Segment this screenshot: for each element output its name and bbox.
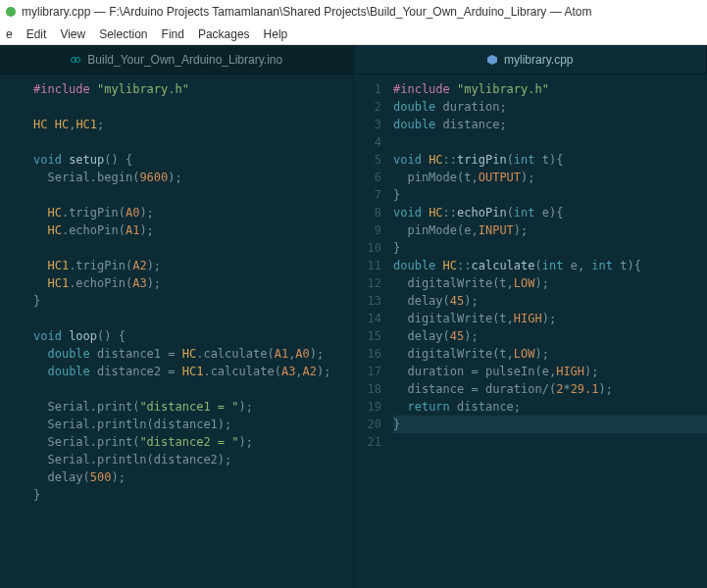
line-number: 3 [354,116,381,133]
menubar: e Edit View Selection Find Packages Help [0,24,707,45]
code-line[interactable]: Serial.println(distance1); [33,416,353,433]
code-line[interactable]: void HC::trigPin(int t){ [393,151,707,169]
line-number: 12 [354,274,381,292]
code-line[interactable]: pinMode(t,OUTPUT); [393,169,707,186]
right-pane[interactable]: 123456789101112131415161718192021 #inclu… [354,74,707,588]
line-number: 17 [354,363,381,380]
code-line[interactable] [393,133,707,151]
line-number: 20 [354,416,381,433]
menu-edit[interactable]: Edit [26,27,47,41]
line-number: 14 [354,310,381,327]
menu-packages[interactable]: Packages [198,27,250,41]
right-gutter: 123456789101112131415161718192021 [354,74,387,588]
code-line[interactable]: Serial.print("distance2 = "); [33,433,353,451]
left-pane[interactable]: #include "mylibrary.h" HC HC,HC1; void s… [0,74,354,588]
code-line[interactable]: Serial.print("distance1 = "); [33,398,353,416]
svg-marker-2 [487,55,497,65]
code-line[interactable]: digitalWrite(t,LOW); [393,345,707,363]
code-line[interactable]: void loop() { [33,327,353,345]
code-line[interactable]: void HC::echoPin(int e){ [393,204,707,221]
titlebar: mylibrary.cpp — F:\Arduino Projects Tama… [0,0,707,24]
right-code[interactable]: #include "mylibrary.h"double duration;do… [387,74,707,588]
code-line[interactable] [33,380,353,398]
line-number: 6 [354,169,381,186]
tab-right[interactable]: mylibrary.cpp [354,45,708,74]
code-line[interactable] [33,186,353,204]
code-line[interactable]: HC HC,HC1; [33,116,353,133]
code-line[interactable]: HC.trigPin(A0); [33,204,353,221]
code-line[interactable]: HC.echoPin(A1); [33,221,353,239]
line-number: 21 [354,433,381,451]
line-number: 16 [354,345,381,363]
code-line[interactable]: delay(45); [393,327,707,345]
code-line[interactable]: Serial.println(distance2); [33,451,353,468]
code-line[interactable]: digitalWrite(t,HIGH); [393,310,707,327]
tab-right-label: mylibrary.cpp [504,53,573,67]
code-line[interactable]: return distance; [393,398,707,416]
code-line[interactable]: pinMode(e,INPUT); [393,221,707,239]
code-line[interactable]: distance = duration/(2*29.1); [393,380,707,398]
line-number: 15 [354,327,381,345]
line-number: 10 [354,239,381,257]
left-code[interactable]: #include "mylibrary.h" HC HC,HC1; void s… [27,74,353,588]
code-line[interactable]: delay(45); [393,292,707,310]
line-number: 19 [354,398,381,416]
menu-file[interactable]: e [6,27,13,41]
line-number: 7 [354,186,381,204]
cpp-icon [486,54,498,66]
app-icon [6,7,16,17]
left-gutter [0,74,27,588]
code-line[interactable]: HC1.trigPin(A2); [33,257,353,274]
code-line[interactable]: double distance; [393,116,707,133]
code-line[interactable]: void setup() { [33,151,353,169]
code-line[interactable]: duration = pulseIn(e,HIGH); [393,363,707,380]
menu-find[interactable]: Find [162,27,184,41]
menu-selection[interactable]: Selection [99,27,147,41]
line-number: 11 [354,257,381,274]
tab-left[interactable]: Build_Your_Own_Arduino_Library.ino [0,45,354,74]
code-line[interactable]: #include "mylibrary.h" [33,80,353,98]
code-line[interactable] [33,98,353,116]
menu-view[interactable]: View [60,27,85,41]
code-line[interactable]: double HC::calculate(int e, int t){ [393,257,707,274]
line-number: 8 [354,204,381,221]
line-number: 18 [354,380,381,398]
code-line[interactable]: } [393,416,707,433]
line-number: 13 [354,292,381,310]
line-number: 9 [354,221,381,239]
code-line[interactable]: #include "mylibrary.h" [393,80,707,98]
code-line[interactable]: } [33,486,353,504]
line-number: 5 [354,151,381,169]
editors: #include "mylibrary.h" HC HC,HC1; void s… [0,74,707,588]
code-line[interactable]: delay(500); [33,468,353,486]
code-line[interactable] [33,133,353,151]
code-line[interactable] [33,310,353,327]
tab-left-label: Build_Your_Own_Arduino_Library.ino [87,53,282,67]
code-line[interactable]: double distance2 = HC1.calculate(A3,A2); [33,363,353,380]
code-line[interactable]: } [393,186,707,204]
line-number: 2 [354,98,381,116]
code-line[interactable] [33,239,353,257]
code-line[interactable] [393,433,707,451]
code-line[interactable]: double duration; [393,98,707,116]
code-line[interactable]: double distance1 = HC.calculate(A1,A0); [33,345,353,363]
line-number: 4 [354,133,381,151]
code-line[interactable]: digitalWrite(t,LOW); [393,274,707,292]
code-line[interactable]: } [393,239,707,257]
code-line[interactable]: HC1.echoPin(A3); [33,274,353,292]
window-title: mylibrary.cpp — F:\Arduino Projects Tama… [22,5,591,19]
arduino-icon [70,54,81,66]
menu-help[interactable]: Help [264,27,288,41]
code-line[interactable]: Serial.begin(9600); [33,169,353,186]
code-line[interactable]: } [33,292,353,310]
tabbar: Build_Your_Own_Arduino_Library.ino mylib… [0,45,707,74]
line-number: 1 [354,80,381,98]
